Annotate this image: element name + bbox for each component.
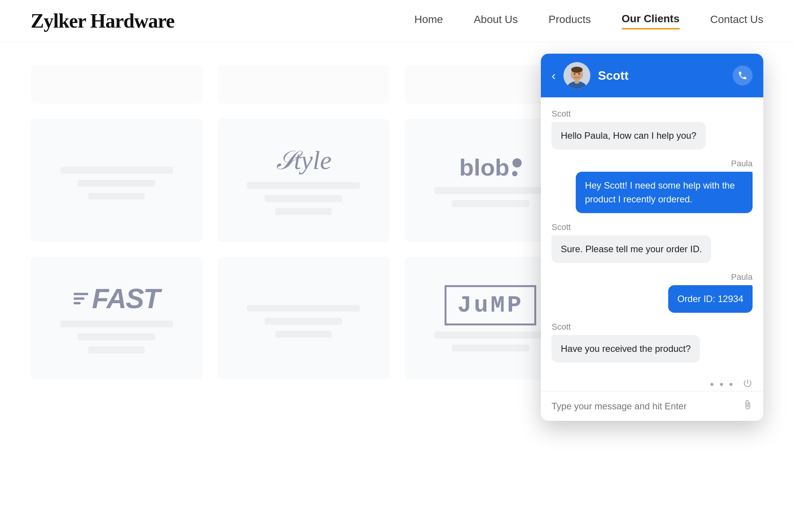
- message-group-4: Paula Order ID: 12934: [552, 272, 753, 313]
- chat-more-button[interactable]: • • •: [710, 378, 734, 391]
- svg-point-5: [574, 73, 575, 75]
- brand: Zylker Hardware: [31, 10, 175, 32]
- nav-contact[interactable]: Contact Us: [710, 13, 764, 29]
- message-bubble-3: Sure. Please tell me your order ID.: [552, 235, 711, 263]
- skeleton-card-2: [218, 65, 390, 103]
- skeleton-line: [247, 305, 360, 312]
- skeleton-line: [265, 318, 342, 325]
- chat-back-button[interactable]: ‹: [552, 69, 556, 82]
- skeleton-line: [452, 200, 529, 207]
- message-bubble-4: Order ID: 12934: [668, 285, 753, 313]
- chat-end-button[interactable]: [743, 378, 753, 391]
- skeleton-line: [434, 332, 547, 338]
- page-content: 𝒮tyle blob: [0, 42, 794, 402]
- skeleton-line: [452, 345, 529, 351]
- skeleton-line: [275, 208, 332, 215]
- nav-about[interactable]: About Us: [474, 13, 518, 29]
- client-card-empty-1: [31, 119, 203, 241]
- chat-header: ‹: [541, 54, 763, 97]
- fast-line-1: [74, 293, 88, 295]
- skeleton-line: [265, 195, 342, 202]
- message-bubble-5: Have you received the product?: [552, 335, 700, 363]
- chat-attach-button[interactable]: [743, 400, 753, 412]
- skeleton-line: [247, 182, 360, 189]
- skeleton-line: [78, 333, 155, 340]
- skeleton-line: [78, 180, 155, 187]
- blob-logo: blob: [459, 154, 522, 181]
- message-group-5: Scott Have you received the product?: [552, 322, 753, 363]
- blob-text: blob: [459, 154, 509, 181]
- svg-point-6: [578, 73, 580, 75]
- avatar-svg: [563, 62, 590, 89]
- sender-label-scott-1: Scott: [552, 109, 753, 119]
- chat-message-input[interactable]: [552, 401, 743, 412]
- message-group-3: Scott Sure. Please tell me your order ID…: [552, 222, 753, 263]
- skeleton-line: [60, 320, 173, 327]
- chat-input-area: [541, 391, 763, 421]
- blob-dots: [511, 158, 522, 176]
- jump-logo: JuMP: [445, 285, 536, 325]
- client-card-style: 𝒮tyle: [218, 119, 390, 241]
- fast-speed-lines: [74, 293, 88, 304]
- nav-home[interactable]: Home: [414, 13, 443, 29]
- fast-line-2: [74, 297, 84, 300]
- fast-text: FAST: [92, 283, 160, 314]
- client-card-fast: FAST: [31, 257, 203, 379]
- phone-icon: [738, 71, 748, 80]
- message-group-2: Paula Hey Scott! I need some help with t…: [552, 159, 753, 213]
- nav-links: Home About Us Products Our Clients Conta…: [414, 13, 763, 30]
- nav-products[interactable]: Products: [549, 13, 591, 29]
- skeleton-line: [275, 331, 332, 338]
- chat-call-button[interactable]: [733, 66, 753, 85]
- message-bubble-2: Hey Scott! I need some help with the pro…: [576, 172, 753, 213]
- message-group-1: Scott Hello Paula, How can I help you?: [552, 109, 753, 149]
- skeleton-line: [434, 187, 547, 194]
- svg-point-4: [571, 67, 583, 73]
- sender-label-paula-2: Paula: [552, 272, 753, 282]
- paperclip-icon: [743, 400, 753, 410]
- blob-dot-big: [512, 158, 522, 167]
- chat-widget: ‹: [541, 54, 763, 421]
- navbar: Zylker Hardware Home About Us Products O…: [0, 0, 794, 42]
- chat-footer-actions: • • •: [541, 374, 763, 391]
- agent-name: Scott: [598, 69, 725, 83]
- skeleton-line: [60, 167, 173, 174]
- chat-messages: Scott Hello Paula, How can I help you? P…: [541, 97, 763, 374]
- agent-avatar: [563, 62, 590, 89]
- client-card-empty-3: [218, 257, 390, 379]
- style-logo: 𝒮tyle: [275, 145, 331, 176]
- sender-label-scott-2: Scott: [552, 222, 753, 232]
- sender-label-scott-3: Scott: [552, 322, 753, 332]
- skeleton-line: [88, 346, 145, 353]
- power-icon: [743, 378, 753, 388]
- fast-line-3: [74, 302, 81, 304]
- skeleton-line: [88, 193, 145, 200]
- fast-logo: FAST: [74, 283, 160, 314]
- blob-dot-small: [512, 171, 517, 176]
- skeleton-card-1: [31, 65, 203, 103]
- nav-our-clients[interactable]: Our Clients: [622, 13, 680, 30]
- sender-label-paula-1: Paula: [552, 159, 753, 169]
- message-bubble-1: Hello Paula, How can I help you?: [552, 122, 706, 149]
